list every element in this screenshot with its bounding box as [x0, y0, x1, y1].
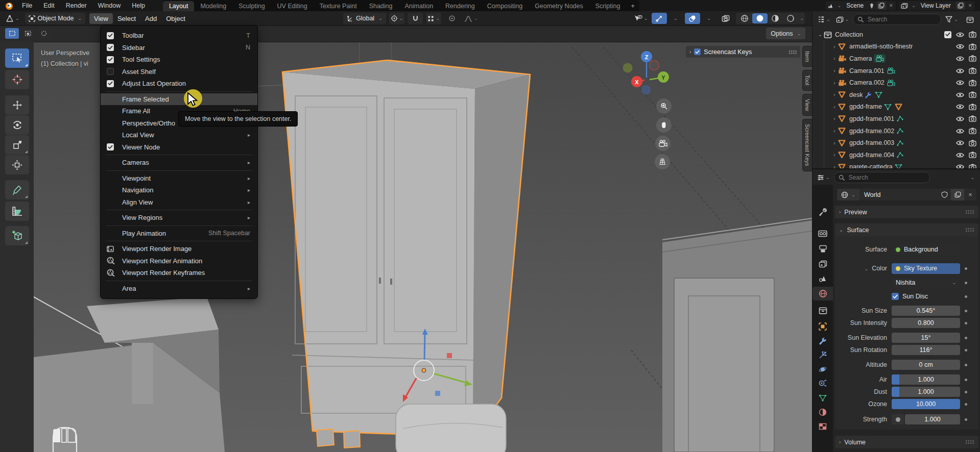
tab-modeling[interactable]: Modeling	[194, 1, 232, 11]
show-overlays-button[interactable]	[685, 13, 700, 24]
eye-icon[interactable]	[956, 32, 964, 38]
menu-object[interactable]: Object	[161, 13, 190, 24]
select-mode-subtract-button[interactable]	[37, 28, 51, 39]
grease-pencil-data-icon[interactable]	[896, 115, 904, 122]
axis-neg-x-ball[interactable]	[650, 61, 659, 70]
camera-visibility-icon[interactable]	[969, 152, 976, 158]
menu-edit[interactable]: Edit	[38, 0, 60, 11]
drag-handle-icon[interactable]	[965, 210, 974, 214]
selectability-visibility-button[interactable]: ⌄	[632, 13, 650, 24]
outliner-row-gpdd-frame-001[interactable]: › gpdd-frame.001	[812, 113, 980, 125]
camera-visibility-icon[interactable]	[969, 67, 976, 74]
drag-handle-icon[interactable]	[965, 228, 974, 232]
menu-item-navigation[interactable]: Navigation▸	[101, 184, 257, 196]
menu-select[interactable]: Select	[113, 13, 140, 24]
tab-material-properties[interactable]	[812, 405, 833, 419]
menu-item-viewport-render-keyframes[interactable]: Viewport Render Keyframes	[101, 267, 257, 279]
camera-visibility-icon[interactable]	[969, 115, 976, 122]
tab-particle-properties[interactable]	[812, 348, 833, 362]
menu-item-adjust-last-operation[interactable]: Adjust Last Operation	[101, 78, 257, 90]
strength-driver-button[interactable]	[892, 414, 904, 424]
grease-pencil-data-icon[interactable]	[896, 128, 904, 134]
add-workspace-button[interactable]: +	[626, 1, 639, 11]
volume-panel-header[interactable]: › Volume	[835, 436, 978, 448]
sun-size-value[interactable]: 0.545°	[892, 306, 960, 316]
tab-texture-properties[interactable]	[812, 419, 833, 433]
grease-pencil-data-icon[interactable]	[896, 152, 904, 158]
wardrobe-object[interactable]	[282, 60, 530, 448]
grease-pencil-data-icon[interactable]	[896, 140, 904, 146]
outliner-filter-button[interactable]: ⌄	[944, 14, 960, 25]
menu-item-viewer-node[interactable]: Viewer Node	[101, 141, 257, 154]
expand-icon[interactable]: ›	[831, 56, 838, 61]
fake-user-button[interactable]	[938, 189, 951, 200]
menu-item-viewport-render-animation[interactable]: Viewport Render Animation	[101, 255, 257, 267]
expand-icon[interactable]: ›	[831, 68, 838, 73]
snap-toggle-button[interactable]	[408, 13, 423, 24]
properties-search-input[interactable]	[848, 173, 925, 182]
tab-tool[interactable]: Tool	[802, 70, 812, 90]
camera-visibility-icon[interactable]	[969, 91, 976, 98]
menu-item-sidebar[interactable]: SidebarN	[101, 42, 257, 54]
expand-icon[interactable]: ›	[831, 80, 838, 86]
active-camera-data-icon[interactable]	[874, 54, 886, 63]
outliner-search-input[interactable]	[867, 15, 937, 23]
shading-rendered-button[interactable]	[783, 13, 798, 23]
menu-item-play-animation[interactable]: Play AnimationShift Spacebar	[101, 228, 257, 240]
drag-handle-icon[interactable]	[788, 50, 797, 54]
world-name-field[interactable]: World	[859, 191, 938, 198]
tab-shading[interactable]: Shading	[363, 1, 399, 11]
axis-neg-z-ball[interactable]	[641, 85, 651, 95]
menu-item-asset-shelf[interactable]: Asset Shelf	[101, 66, 257, 78]
dust-slider[interactable]: 1.000	[892, 387, 960, 397]
shading-wireframe-button[interactable]	[737, 13, 752, 23]
menu-item-align-view[interactable]: Align View▸	[101, 196, 257, 209]
menu-item-area[interactable]: Area▸	[101, 283, 257, 295]
tab-view[interactable]: View	[802, 94, 812, 116]
eye-icon[interactable]	[956, 104, 964, 110]
mesh-data-icon[interactable]	[895, 164, 902, 168]
altitude-value[interactable]: 0 cm	[892, 360, 960, 370]
tab-tool-properties[interactable]	[812, 205, 833, 219]
eye-icon[interactable]	[956, 164, 964, 168]
duplicate-world-button[interactable]	[951, 189, 964, 200]
tab-item[interactable]: Item	[802, 46, 812, 67]
tab-view-layer-properties[interactable]	[812, 257, 833, 271]
annotate-tool[interactable]	[5, 180, 29, 199]
eye-icon[interactable]	[956, 116, 964, 122]
strength-value[interactable]: 1.000	[905, 414, 960, 424]
expand-icon[interactable]: ›	[831, 140, 838, 146]
outliner-row-desk[interactable]: › desk	[812, 89, 980, 101]
pivot-point-button[interactable]: ⌄	[389, 13, 405, 24]
eye-icon[interactable]	[956, 140, 964, 146]
gizmo-settings-button[interactable]: ⌄	[667, 13, 682, 24]
screencast-keys-panel[interactable]: › Screencast Keys	[686, 46, 800, 58]
menu-item-cameras[interactable]: Cameras▸	[101, 157, 257, 169]
menu-item-viewport-render-image[interactable]: Viewport Render Image	[101, 243, 257, 255]
tab-world-properties[interactable]	[812, 287, 833, 300]
expand-arrow-icon[interactable]: ›	[689, 49, 691, 55]
tab-data-properties[interactable]	[812, 391, 833, 405]
camera-visibility-icon[interactable]	[969, 80, 976, 86]
properties-editor-type-button[interactable]: ⌄	[816, 172, 831, 183]
tab-scene-properties[interactable]	[812, 271, 833, 285]
door-object[interactable]	[662, 218, 812, 452]
eye-icon[interactable]	[956, 68, 964, 74]
collapse-icon[interactable]: ⌄	[865, 266, 869, 271]
menu-item-viewpoint[interactable]: Viewpoint▸	[101, 172, 257, 185]
tab-constraint-properties[interactable]	[812, 376, 833, 390]
mesh-data-icon[interactable]	[875, 91, 882, 98]
collection-checkbox[interactable]	[944, 31, 951, 38]
overlay-settings-button[interactable]: ⌄	[700, 13, 715, 24]
sun-disc-checkbox[interactable]	[892, 293, 899, 300]
proportional-falloff-button[interactable]: ⌄	[463, 13, 480, 24]
chair-object[interactable]	[396, 404, 506, 452]
select-mode-extend-button[interactable]	[21, 28, 35, 39]
zoom-button[interactable]	[656, 98, 672, 114]
tab-object-properties[interactable]	[812, 319, 833, 333]
tab-output-properties[interactable]	[812, 242, 833, 256]
eye-icon[interactable]	[956, 152, 964, 158]
outliner-filter-mode-button[interactable]: ⌄	[834, 14, 851, 25]
camera-visibility-icon[interactable]	[969, 140, 976, 146]
ozone-slider[interactable]: 10.000	[892, 399, 960, 409]
